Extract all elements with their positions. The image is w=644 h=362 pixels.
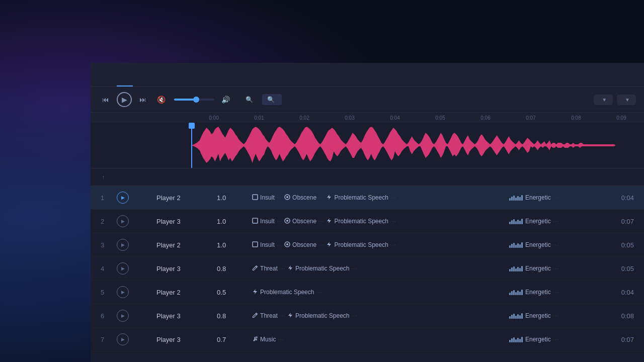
tag-menu-dots[interactable]: ···: [277, 242, 282, 248]
play-row-button[interactable]: ▶: [117, 239, 129, 251]
filter-buttons: ▼ ▼: [594, 95, 636, 105]
sentiment-menu-dots[interactable]: ···: [553, 195, 559, 201]
tab-info[interactable]: [133, 63, 149, 86]
sentiment-label: Energetic: [525, 336, 551, 343]
tab-moments[interactable]: [117, 63, 133, 86]
zoom-in-button[interactable]: 🔍: [240, 94, 260, 105]
cell-num: 6: [91, 304, 111, 328]
volume-slider[interactable]: [174, 99, 214, 101]
tab-audio-tracks[interactable]: [101, 63, 117, 86]
volume-thumb: [193, 97, 199, 103]
sentiment-tag: Energetic···: [509, 289, 598, 296]
play-row-button[interactable]: ▶: [117, 286, 129, 298]
tag-icon: [252, 194, 258, 201]
play-row-button[interactable]: ▶: [117, 333, 129, 345]
tag-label: Problematic Speech: [295, 312, 349, 319]
sentiment-menu-dots[interactable]: ···: [553, 219, 559, 224]
tick-1: 0:01: [236, 115, 282, 121]
tag-menu-dots[interactable]: ···: [351, 313, 357, 319]
tag-menu-dots[interactable]: ···: [278, 337, 283, 342]
tag-label: Insult: [260, 241, 275, 248]
toxic-tag: Problematic Speech···: [326, 194, 396, 201]
tag-label: Threat: [260, 265, 278, 272]
tag-menu-dots[interactable]: ···: [277, 195, 282, 201]
svg-rect-0: [253, 195, 258, 200]
waveform-container[interactable]: [91, 123, 644, 168]
player-filter-dropdown[interactable]: ▼: [594, 95, 613, 105]
play-button[interactable]: ▶: [117, 92, 132, 107]
zoom-out-button[interactable]: 🔍: [262, 94, 282, 105]
cell-sentiment: Energetic···: [503, 186, 604, 210]
svg-rect-6: [253, 242, 258, 247]
tag-icon: [326, 218, 332, 225]
table-row: 6▶Player 30.8Threat···Problematic Speech…: [91, 304, 644, 328]
cell-score: 0.8: [211, 304, 246, 328]
skip-forward-button[interactable]: ⏭: [136, 93, 150, 107]
playhead: [191, 123, 192, 168]
cell-sentiment: Energetic···: [503, 233, 604, 257]
sentiment-menu-dots[interactable]: ···: [553, 242, 559, 248]
tag-menu-dots[interactable]: ···: [390, 242, 396, 248]
cell-sentiment: Energetic···: [503, 328, 604, 351]
sentiment-menu-dots[interactable]: ···: [553, 290, 559, 295]
play-row-button[interactable]: ▶: [117, 310, 129, 322]
sentiment-menu-dots[interactable]: ···: [553, 337, 559, 342]
play-row-button[interactable]: ▶: [117, 262, 129, 275]
sentiment-bars-icon: [509, 195, 523, 201]
tag-icon: [326, 241, 332, 248]
volume-up-button[interactable]: 🔊: [218, 93, 232, 107]
toxic-tag: Problematic Speech···: [326, 241, 396, 248]
tag-menu-dots[interactable]: ···: [318, 195, 324, 201]
tag-menu-dots[interactable]: ···: [280, 266, 285, 272]
mute-button[interactable]: 🔇: [154, 93, 168, 107]
tag-menu-dots[interactable]: ···: [316, 290, 321, 295]
tag-menu-dots[interactable]: ···: [280, 313, 285, 319]
cell-duration: 0:08: [604, 304, 644, 328]
controls-bar: ⏮ ▶ ⏭ 🔇 🔊 🔍: [91, 87, 644, 113]
toxic-tag: Insult···: [252, 194, 282, 201]
play-row-button[interactable]: ▶: [117, 215, 129, 227]
play-row-button[interactable]: ▶: [117, 192, 129, 204]
tag-label: Music: [260, 336, 276, 343]
cell-sentiment: Energetic···: [503, 257, 604, 281]
sentiment-bars-icon: [509, 313, 523, 319]
skip-back-button[interactable]: ⏮: [99, 93, 113, 107]
table-row: 7▶Player 30.7Music···Energetic···0:07: [91, 328, 644, 351]
toxic-filter-dropdown[interactable]: ▼: [617, 95, 636, 105]
tag-menu-dots[interactable]: ···: [390, 195, 396, 201]
sentiment-tag: Energetic···: [509, 194, 598, 201]
tag-label: Obscene: [292, 241, 316, 248]
cell-num: 1: [91, 186, 111, 210]
chevron-down-icon: ▼: [602, 97, 607, 103]
zoom-controls: 🔍 🔍: [240, 94, 282, 105]
cell-score: 0.7: [211, 328, 246, 351]
cell-player: Player 2: [150, 281, 211, 304]
sentiment-bars-icon: [509, 289, 523, 295]
tag-menu-dots[interactable]: ···: [351, 266, 357, 272]
tag-menu-dots[interactable]: ···: [390, 219, 396, 224]
tag-label: Obscene: [292, 194, 316, 201]
tag-menu-dots[interactable]: ···: [318, 219, 324, 224]
tag-label: Problematic Speech: [334, 194, 388, 201]
player-area: ⏮ ▶ ⏭ 🔇 🔊 🔍: [91, 87, 644, 168]
sentiment-menu-dots[interactable]: ···: [553, 266, 559, 272]
toxic-tag: Problematic Speech···: [287, 312, 357, 319]
cell-player: Player 3: [150, 257, 211, 281]
sentiment-menu-dots[interactable]: ···: [553, 313, 559, 319]
tag-menu-dots[interactable]: ···: [318, 242, 324, 248]
toxic-tag: Problematic Speech···: [287, 265, 357, 272]
cell-num: 2: [91, 210, 111, 233]
volume-track: [174, 99, 214, 101]
tag-icon: [326, 194, 332, 201]
tag-menu-dots[interactable]: ···: [277, 219, 282, 224]
cell-duration: 0:05: [604, 233, 644, 257]
tag-icon: [252, 218, 258, 225]
col-header-sentiment: [503, 168, 604, 186]
cell-num: 4: [91, 257, 111, 281]
tick-6: 0:06: [463, 115, 508, 121]
cell-score: 0.5: [211, 281, 246, 304]
cell-score: 1.0: [211, 186, 246, 210]
tag-label: Problematic Speech: [334, 218, 388, 225]
tag-label: Obscene: [292, 218, 316, 225]
timeline-ruler: 0:00 0:01 0:02 0:03 0:04 0:05 0:06 0:07 …: [91, 113, 644, 123]
